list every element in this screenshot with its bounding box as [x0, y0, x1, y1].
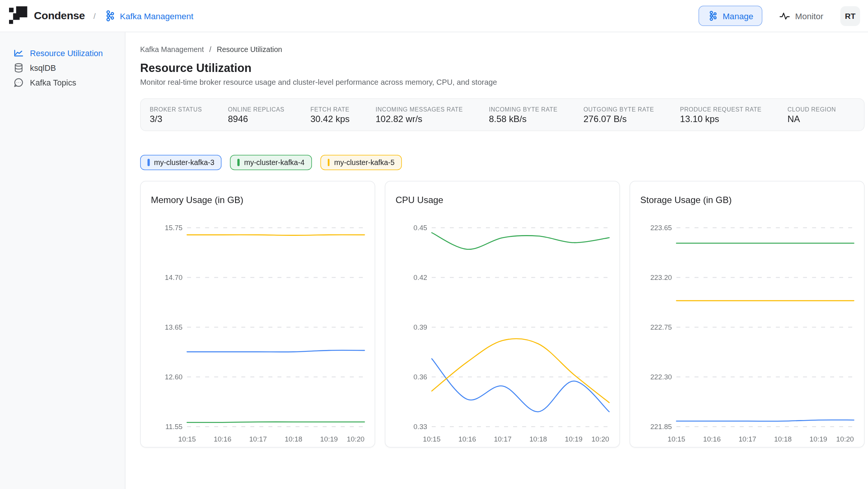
stat-incoming-byte-rate: INCOMING BYTE RATE 8.58 kB/s	[489, 105, 558, 124]
line-chart-icon	[14, 48, 24, 58]
broker-color-bar	[238, 159, 240, 167]
chart-title: Storage Usage (in GB)	[640, 195, 856, 205]
svg-text:10:19: 10:19	[810, 435, 827, 443]
user-avatar[interactable]: RT	[840, 6, 860, 26]
chart-title: Memory Usage (in GB)	[151, 195, 367, 205]
storage-usage-chart-card: Storage Usage (in GB) 223.65223.20222.75…	[630, 181, 865, 448]
kafka-management-label: Kafka Management	[120, 11, 193, 21]
svg-text:11.55: 11.55	[165, 423, 183, 431]
breadcrumb-parent[interactable]: Kafka Management	[140, 45, 204, 54]
broker-chip-label: my-cluster-kafka-4	[244, 158, 304, 167]
svg-text:0.33: 0.33	[414, 423, 428, 431]
stat-value: 8946	[228, 114, 284, 124]
svg-text:13.65: 13.65	[165, 323, 183, 331]
sidebar-label: Resource Utilization	[30, 49, 103, 58]
svg-text:10:15: 10:15	[178, 435, 196, 443]
svg-text:12.60: 12.60	[165, 373, 183, 381]
sidebar-label: ksqlDB	[30, 63, 56, 72]
broker-chip-kafka-4[interactable]: my-cluster-kafka-4	[230, 155, 312, 170]
stat-label: OUTGOING BYTE RATE	[584, 105, 654, 112]
svg-text:10:15: 10:15	[423, 435, 441, 443]
stat-label: PRODUCE REQUEST RATE	[680, 105, 761, 112]
sidebar-item-resource-utilization[interactable]: Resource Utilization	[14, 46, 125, 61]
memory-usage-chart: 15.7514.7013.6512.6011.5510:1510:1610:17…	[151, 217, 367, 445]
svg-text:222.75: 222.75	[650, 323, 672, 331]
app-root: Condense / Kafka Management	[0, 0, 868, 489]
stat-online-replicas: ONLINE REPLICAS 8946	[228, 105, 284, 124]
broker-chip-kafka-3[interactable]: my-cluster-kafka-3	[140, 155, 222, 170]
svg-text:10:17: 10:17	[494, 435, 512, 443]
stat-broker-status: BROKER STATUS 3/3	[150, 105, 202, 124]
svg-text:10:17: 10:17	[249, 435, 267, 443]
stat-value: 276.07 B/s	[584, 114, 654, 124]
cpu-usage-chart: 0.450.420.390.360.3310:1510:1610:1710:18…	[396, 217, 611, 445]
stat-label: ONLINE REPLICAS	[228, 105, 284, 112]
database-icon	[14, 63, 24, 73]
sidebar-label: Kafka Topics	[30, 78, 76, 87]
svg-text:0.45: 0.45	[414, 224, 428, 232]
sidebar-item-kafka-topics[interactable]: Kafka Topics	[14, 75, 125, 90]
stat-incoming-messages-rate: INCOMING MESSAGES RATE 102.82 wr/s	[376, 105, 463, 124]
stat-value: 13.10 kps	[680, 114, 761, 124]
main-content: Kafka Management / Resource Utilization …	[125, 32, 868, 489]
sidebar: Resource Utilization ksqlDB	[0, 32, 125, 489]
svg-text:10:20: 10:20	[836, 435, 854, 443]
svg-text:10:16: 10:16	[703, 435, 721, 443]
cpu-usage-chart-card: CPU Usage 0.450.420.390.360.3310:1510:16…	[385, 181, 620, 448]
chart-title: CPU Usage	[396, 195, 611, 205]
manage-button[interactable]: Manage	[698, 6, 763, 26]
breadcrumb-current: Resource Utilization	[217, 45, 282, 54]
svg-text:10:15: 10:15	[668, 435, 685, 443]
stat-value: 102.82 wr/s	[376, 114, 463, 124]
svg-text:10:20: 10:20	[347, 435, 365, 443]
svg-text:10:16: 10:16	[458, 435, 476, 443]
svg-text:10:19: 10:19	[320, 435, 338, 443]
breadcrumb: Kafka Management / Resource Utilization	[140, 45, 865, 54]
stat-label: BROKER STATUS	[150, 105, 202, 112]
stat-label: FETCH RATE	[310, 105, 350, 112]
monitor-button[interactable]: Monitor	[776, 10, 827, 22]
condense-logo-icon	[9, 6, 28, 26]
charts-row: Memory Usage (in GB) 15.7514.7013.6512.6…	[140, 181, 865, 448]
broker-chip-label: my-cluster-kafka-3	[154, 158, 214, 167]
svg-text:10:19: 10:19	[565, 435, 582, 443]
svg-text:10:16: 10:16	[214, 435, 231, 443]
broker-color-bar	[328, 159, 330, 167]
header-slash: /	[93, 11, 96, 20]
sidebar-item-ksqldb[interactable]: ksqlDB	[14, 61, 125, 75]
storage-usage-chart: 223.65223.20222.75222.30221.8510:1510:16…	[640, 217, 856, 445]
body-row: Resource Utilization ksqlDB	[0, 32, 868, 489]
svg-text:222.30: 222.30	[650, 373, 672, 381]
broker-color-bar	[148, 159, 150, 167]
brand-name: Condense	[34, 10, 85, 22]
activity-icon	[779, 11, 790, 21]
svg-text:10:18: 10:18	[774, 435, 792, 443]
broker-chip-kafka-5[interactable]: my-cluster-kafka-5	[320, 155, 402, 170]
svg-text:0.36: 0.36	[414, 373, 428, 381]
page-subtitle: Monitor real-time broker resource usage …	[140, 78, 865, 87]
kafka-icon	[104, 10, 115, 21]
brand-logo[interactable]: Condense	[9, 6, 85, 26]
message-icon	[14, 78, 24, 88]
page-title: Resource Utilization	[140, 61, 865, 75]
kafka-management-link[interactable]: Kafka Management	[104, 10, 193, 21]
manage-label: Manage	[723, 11, 753, 21]
svg-text:223.65: 223.65	[650, 224, 672, 232]
stat-cloud-region: CLOUD REGION NA	[787, 105, 836, 124]
svg-text:0.42: 0.42	[414, 274, 428, 281]
stat-fetch-rate: FETCH RATE 30.42 kps	[310, 105, 350, 124]
stat-label: CLOUD REGION	[787, 105, 836, 112]
stat-value: 3/3	[150, 114, 202, 124]
broker-chip-label: my-cluster-kafka-5	[334, 158, 394, 167]
stat-value: 30.42 kps	[310, 114, 350, 124]
stat-value: NA	[787, 114, 836, 124]
memory-usage-chart-card: Memory Usage (in GB) 15.7514.7013.6512.6…	[140, 181, 375, 448]
stat-label: INCOMING BYTE RATE	[489, 105, 558, 112]
breadcrumb-separator: /	[209, 45, 211, 54]
broker-legend: my-cluster-kafka-3 my-cluster-kafka-4 my…	[140, 155, 865, 170]
manage-kafka-icon	[708, 11, 718, 21]
monitor-label: Monitor	[795, 11, 823, 21]
svg-text:221.85: 221.85	[650, 423, 672, 431]
svg-text:10:18: 10:18	[529, 435, 547, 443]
top-header: Condense / Kafka Management	[0, 0, 868, 32]
